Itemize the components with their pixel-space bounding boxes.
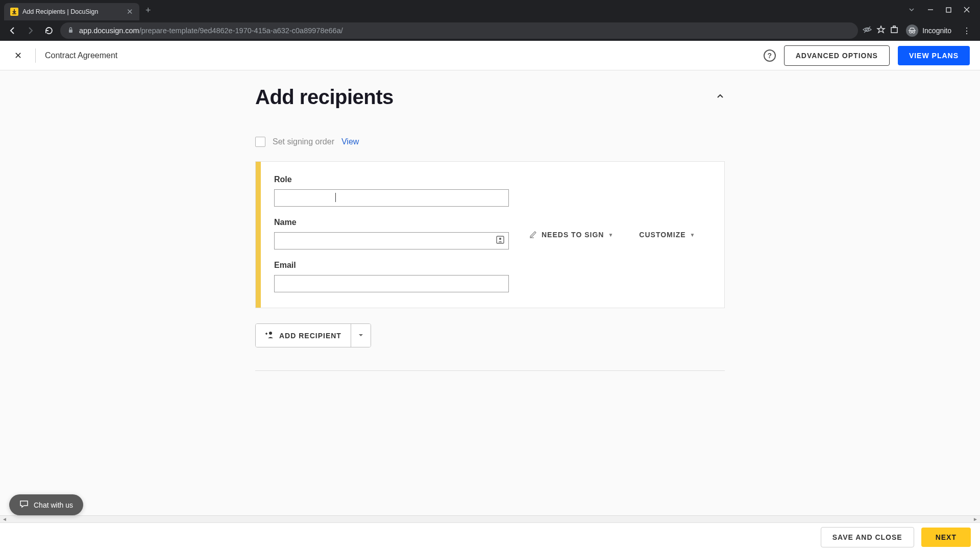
minimize-icon[interactable] — [927, 6, 934, 14]
role-label: Role — [274, 175, 509, 184]
bookmark-icon[interactable] — [876, 25, 886, 36]
view-signing-order-link[interactable]: View — [341, 137, 359, 146]
tab-dropdown-icon[interactable] — [908, 6, 915, 15]
url-text: app.docusign.com/prepare-template/9ed486… — [79, 27, 343, 35]
window-close-icon[interactable] — [964, 6, 970, 14]
collapse-section-icon[interactable] — [716, 92, 725, 103]
svg-rect-5 — [893, 26, 895, 28]
new-tab-button[interactable]: + — [145, 5, 151, 16]
address-bar[interactable]: app.docusign.com/prepare-template/9ed486… — [60, 22, 858, 39]
section-header: Add recipients — [255, 86, 725, 109]
window-controls — [908, 6, 976, 15]
tab-bar: Add Recipients | DocuSign ✕ + — [0, 0, 980, 20]
app-header: ✕ Contract Agreement ? ADVANCED OPTIONS … — [0, 41, 980, 70]
set-signing-order-checkbox[interactable] — [255, 137, 265, 147]
chat-widget[interactable]: Chat with us — [9, 494, 83, 515]
recipient-color-strip — [256, 162, 261, 308]
svg-point-7 — [913, 31, 915, 33]
svg-point-12 — [269, 332, 272, 335]
recipient-card: Role Name — [255, 161, 725, 308]
close-editor-button[interactable]: ✕ — [10, 50, 26, 61]
svg-rect-0 — [946, 8, 951, 12]
view-plans-button[interactable]: VIEW PLANS — [898, 46, 970, 65]
horizontal-scrollbar[interactable]: ◄ ► — [0, 515, 980, 522]
role-input[interactable] — [274, 189, 509, 207]
customize-label: CUSTOMIZE — [639, 231, 685, 239]
add-recipient-dropdown[interactable] — [351, 324, 371, 347]
text-cursor — [335, 193, 336, 202]
needs-to-sign-dropdown[interactable]: NEEDS TO SIGN ▼ — [529, 177, 614, 292]
pencil-icon — [529, 230, 537, 240]
set-signing-order-label: Set signing order — [273, 137, 334, 146]
incognito-badge[interactable]: Incognito — [903, 24, 954, 37]
contacts-icon[interactable] — [496, 235, 505, 246]
address-row: app.docusign.com/prepare-template/9ed486… — [0, 20, 980, 41]
email-label: Email — [274, 261, 509, 270]
signing-order-row: Set signing order View — [255, 137, 725, 147]
svg-rect-1 — [69, 30, 72, 33]
content-scroll[interactable]: Add recipients Set signing order View Ro… — [0, 70, 980, 522]
chevron-down-icon: ▼ — [608, 232, 614, 238]
reload-button[interactable] — [42, 23, 56, 38]
chevron-down-icon: ▼ — [690, 232, 696, 238]
document-title: Contract Agreement — [45, 51, 117, 60]
chat-icon — [19, 499, 29, 510]
docusign-favicon — [10, 8, 18, 16]
svg-point-10 — [499, 238, 501, 240]
divider — [35, 48, 36, 63]
tracking-icon[interactable] — [862, 24, 872, 37]
name-label: Name — [274, 218, 509, 227]
help-icon[interactable]: ? — [764, 49, 776, 62]
svg-rect-4 — [891, 28, 897, 33]
forward-button[interactable] — [23, 23, 38, 38]
browser-menu-icon[interactable]: ⋮ — [959, 26, 975, 36]
scroll-left-icon[interactable]: ◄ — [2, 516, 7, 522]
extensions-icon[interactable] — [890, 25, 899, 36]
browser-chrome: Add Recipients | DocuSign ✕ + — [0, 0, 980, 41]
browser-tab[interactable]: Add Recipients | DocuSign ✕ — [4, 3, 139, 20]
content: Add recipients Set signing order View Ro… — [255, 70, 725, 386]
needs-to-sign-label: NEEDS TO SIGN — [542, 231, 604, 239]
add-recipient-row: ADD RECIPIENT — [255, 323, 725, 347]
scroll-right-icon[interactable]: ► — [973, 516, 978, 522]
incognito-icon — [906, 24, 918, 37]
section-title: Add recipients — [255, 86, 394, 109]
lock-icon — [67, 27, 74, 35]
maximize-icon[interactable] — [946, 6, 951, 14]
tab-title: Add Recipients | DocuSign — [22, 8, 122, 15]
add-recipient-button[interactable]: ADD RECIPIENT — [256, 324, 351, 347]
chat-label: Chat with us — [34, 501, 73, 509]
customize-dropdown[interactable]: CUSTOMIZE ▼ — [639, 177, 695, 292]
add-person-icon — [265, 330, 274, 341]
section-divider — [255, 370, 725, 371]
svg-point-6 — [910, 31, 912, 33]
advanced-options-button[interactable]: ADVANCED OPTIONS — [784, 45, 890, 66]
email-input[interactable] — [274, 275, 509, 292]
tab-close-icon[interactable]: ✕ — [127, 7, 133, 16]
back-button[interactable] — [5, 23, 19, 38]
name-input[interactable] — [274, 232, 509, 249]
